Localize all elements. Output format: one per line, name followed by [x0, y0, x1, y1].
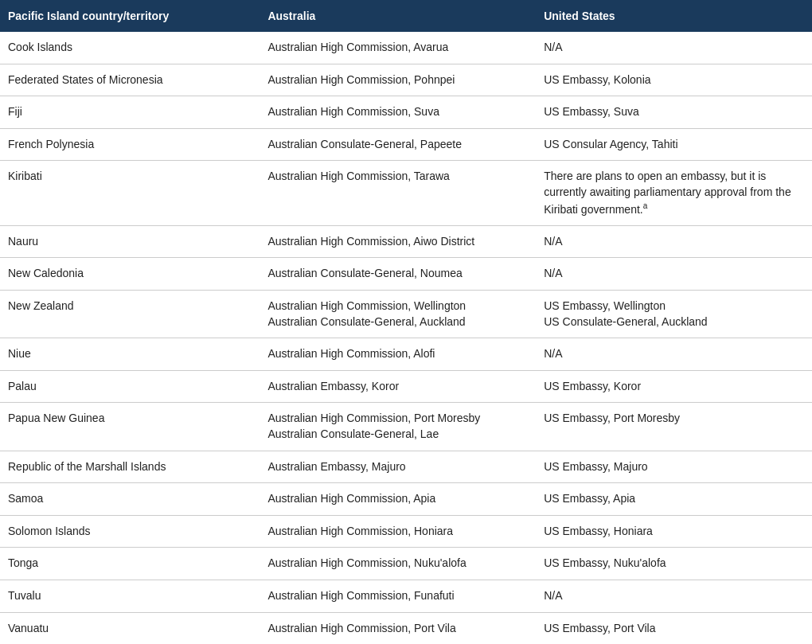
- table-row: Cook IslandsAustralian High Commission, …: [0, 32, 812, 64]
- cell-us: US Embassy, Honiara: [536, 515, 812, 548]
- cell-country: Vanuatu: [0, 612, 260, 644]
- cell-australia: Australian High Commission, Alofi: [260, 338, 536, 371]
- cell-country: Niue: [0, 338, 260, 371]
- cell-us: N/A: [536, 225, 812, 258]
- cell-country: New Zealand: [0, 291, 260, 338]
- cell-country: French Polynesia: [0, 128, 260, 161]
- cell-australia: Australian High Commission, Suva: [260, 96, 536, 129]
- cell-australia: Australian High Commission, Pohnpei: [260, 64, 536, 96]
- cell-country: Papua New Guinea: [0, 403, 260, 451]
- cell-us: N/A: [536, 258, 812, 291]
- cell-australia: Australian High Commission, Honiara: [260, 515, 536, 548]
- cell-australia: Australian High Commission, Avarua: [260, 32, 536, 64]
- cell-country: Kiribati: [0, 161, 260, 225]
- table-row: NauruAustralian High Commission, Aiwo Di…: [0, 225, 812, 258]
- cell-australia: Australian High Commission, WellingtonAu…: [260, 291, 536, 338]
- table-row: KiribatiAustralian High Commission, Tara…: [0, 161, 812, 225]
- cell-australia: Australian High Commission, Port Vila: [260, 612, 536, 644]
- cell-country: Tonga: [0, 548, 260, 580]
- cell-us: US Embassy, WellingtonUS Consulate-Gener…: [536, 291, 812, 338]
- table-header-row: Pacific Island country/territory Austral…: [0, 0, 812, 32]
- table-row: French PolynesiaAustralian Consulate-Gen…: [0, 128, 812, 161]
- header-australia: Australia: [260, 0, 536, 32]
- pacific-islands-table: Pacific Island country/territory Austral…: [0, 0, 812, 644]
- table-row: TongaAustralian High Commission, Nuku'al…: [0, 548, 812, 580]
- cell-country: Federated States of Micronesia: [0, 64, 260, 96]
- table-row: NiueAustralian High Commission, AlofiN/A: [0, 338, 812, 371]
- cell-australia: Australian High Commission, Funafuti: [260, 580, 536, 612]
- cell-country: Palau: [0, 370, 260, 403]
- cell-us: US Embassy, Suva: [536, 96, 812, 129]
- cell-australia: Australian High Commission, Apia: [260, 483, 536, 516]
- cell-us: US Embassy, Kolonia: [536, 64, 812, 96]
- cell-australia: Australian Embassy, Majuro: [260, 451, 536, 483]
- table-row: PalauAustralian Embassy, KororUS Embassy…: [0, 370, 812, 403]
- header-us: United States: [536, 0, 812, 32]
- table-row: FijiAustralian High Commission, SuvaUS E…: [0, 96, 812, 129]
- table-row: New CaledoniaAustralian Consulate-Genera…: [0, 258, 812, 291]
- table-row: Papua New GuineaAustralian High Commissi…: [0, 403, 812, 451]
- table-row: Republic of the Marshall IslandsAustrali…: [0, 451, 812, 483]
- cell-australia: Australian Embassy, Koror: [260, 370, 536, 403]
- cell-us: US Embassy, Port Vila: [536, 612, 812, 644]
- table-row: VanuatuAustralian High Commission, Port …: [0, 612, 812, 644]
- cell-us: US Embassy, Apia: [536, 483, 812, 516]
- cell-australia: Australian High Commission, Tarawa: [260, 161, 536, 225]
- cell-us: US Embassy, Nuku'alofa: [536, 548, 812, 580]
- cell-country: Tuvalu: [0, 580, 260, 612]
- cell-australia: Australian High Commission, Nuku'alofa: [260, 548, 536, 580]
- cell-australia: Australian High Commission, Aiwo Distric…: [260, 225, 536, 258]
- table-row: New ZealandAustralian High Commission, W…: [0, 291, 812, 338]
- cell-australia: Australian Consulate-General, Papeete: [260, 128, 536, 161]
- header-country: Pacific Island country/territory: [0, 0, 260, 32]
- cell-country: Cook Islands: [0, 32, 260, 64]
- cell-us: US Embassy, Majuro: [536, 451, 812, 483]
- cell-country: Nauru: [0, 225, 260, 258]
- cell-us: US Embassy, Koror: [536, 370, 812, 403]
- cell-australia: Australian High Commission, Port Moresby…: [260, 403, 536, 451]
- table-row: Federated States of MicronesiaAustralian…: [0, 64, 812, 96]
- cell-country: Samoa: [0, 483, 260, 516]
- cell-country: New Caledonia: [0, 258, 260, 291]
- cell-us: N/A: [536, 32, 812, 64]
- cell-us: N/A: [536, 580, 812, 612]
- cell-country: Republic of the Marshall Islands: [0, 451, 260, 483]
- cell-us: There are plans to open an embassy, but …: [536, 161, 812, 225]
- cell-country: Fiji: [0, 96, 260, 129]
- cell-australia: Australian Consulate-General, Noumea: [260, 258, 536, 291]
- cell-us: US Consular Agency, Tahiti: [536, 128, 812, 161]
- cell-us: US Embassy, Port Moresby: [536, 403, 812, 451]
- table-row: Solomon IslandsAustralian High Commissio…: [0, 515, 812, 548]
- cell-us: N/A: [536, 338, 812, 371]
- table-row: SamoaAustralian High Commission, ApiaUS …: [0, 483, 812, 516]
- table-row: TuvaluAustralian High Commission, Funafu…: [0, 580, 812, 612]
- cell-country: Solomon Islands: [0, 515, 260, 548]
